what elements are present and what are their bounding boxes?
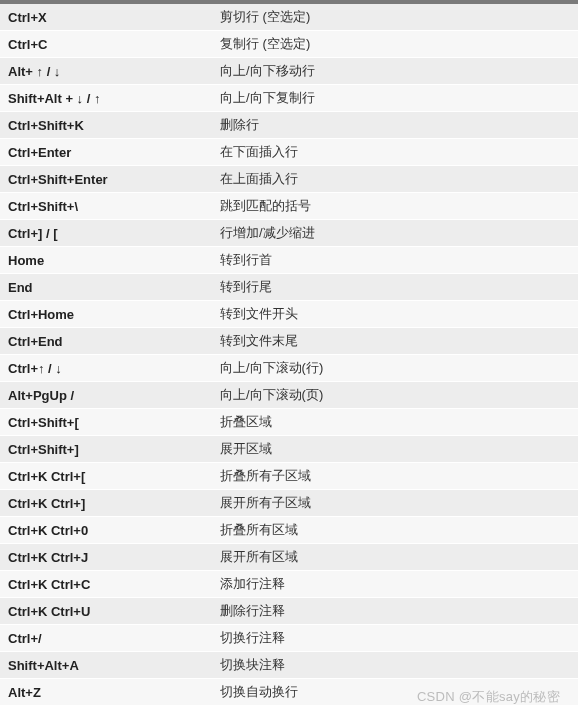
shortcut-key: Ctrl+K Ctrl+C [0,577,220,592]
table-row: Ctrl+C复制行 (空选定) [0,31,578,58]
table-row: Ctrl+Shift+]展开区域 [0,436,578,463]
shortcut-description: 切换块注释 [220,656,578,674]
shortcut-description: 转到行尾 [220,278,578,296]
shortcut-description: 删除行 [220,116,578,134]
table-row: Ctrl+Enter在下面插入行 [0,139,578,166]
table-row: Ctrl+] / [行增加/减少缩进 [0,220,578,247]
shortcut-key: Ctrl+X [0,10,220,25]
shortcut-description: 切换自动换行 [220,683,578,701]
shortcut-key: Ctrl+/ [0,631,220,646]
shortcut-description: 展开区域 [220,440,578,458]
table-row: Ctrl+/切换行注释 [0,625,578,652]
shortcut-description: 在上面插入行 [220,170,578,188]
shortcut-description: 转到行首 [220,251,578,269]
shortcut-key: End [0,280,220,295]
table-row: Ctrl+K Ctrl+]展开所有子区域 [0,490,578,517]
shortcut-key: Ctrl+Shift+\ [0,199,220,214]
shortcut-key: Alt+PgUp / [0,388,220,403]
shortcut-key: Ctrl+K Ctrl+U [0,604,220,619]
shortcut-key: Shift+Alt+A [0,658,220,673]
shortcut-key: Ctrl+K Ctrl+J [0,550,220,565]
shortcut-description: 向上/向下滚动(页) [220,386,578,404]
shortcut-key: Ctrl+C [0,37,220,52]
shortcut-description: 折叠区域 [220,413,578,431]
table-row: Ctrl+K Ctrl+0折叠所有区域 [0,517,578,544]
shortcut-key: Alt+Z [0,685,220,700]
shortcut-key: Ctrl+K Ctrl+[ [0,469,220,484]
shortcut-description: 向上/向下复制行 [220,89,578,107]
shortcut-description: 折叠所有区域 [220,521,578,539]
table-row: Ctrl+K Ctrl+J展开所有区域 [0,544,578,571]
shortcut-description: 跳到匹配的括号 [220,197,578,215]
shortcut-key: Ctrl+Shift+] [0,442,220,457]
shortcut-description: 添加行注释 [220,575,578,593]
shortcut-key: Ctrl+Shift+K [0,118,220,133]
shortcut-description: 转到文件开头 [220,305,578,323]
table-row: Ctrl+Shift+\跳到匹配的括号 [0,193,578,220]
shortcut-key: Ctrl+Home [0,307,220,322]
shortcut-key: Alt+ ↑ / ↓ [0,64,220,79]
shortcut-description: 删除行注释 [220,602,578,620]
shortcut-description: 向上/向下滚动(行) [220,359,578,377]
table-row: Home转到行首 [0,247,578,274]
shortcut-description: 剪切行 (空选定) [220,8,578,26]
table-row: End转到行尾 [0,274,578,301]
shortcut-key: Ctrl+Enter [0,145,220,160]
shortcut-key: Ctrl+Shift+[ [0,415,220,430]
table-row: Shift+Alt + ↓ / ↑向上/向下复制行 [0,85,578,112]
table-row: Ctrl+↑ / ↓向上/向下滚动(行) [0,355,578,382]
table-row: Shift+Alt+A切换块注释 [0,652,578,679]
shortcut-key: Ctrl+K Ctrl+] [0,496,220,511]
shortcut-description: 展开所有区域 [220,548,578,566]
table-row: Ctrl+K Ctrl+U删除行注释 [0,598,578,625]
table-row: Ctrl+Shift+K删除行 [0,112,578,139]
table-row: Ctrl+X剪切行 (空选定) [0,4,578,31]
shortcut-description: 复制行 (空选定) [220,35,578,53]
table-row: Alt+PgUp /向上/向下滚动(页) [0,382,578,409]
table-row: Ctrl+K Ctrl+[折叠所有子区域 [0,463,578,490]
shortcut-key: Home [0,253,220,268]
shortcut-key: Shift+Alt + ↓ / ↑ [0,91,220,106]
shortcut-key: Ctrl+K Ctrl+0 [0,523,220,538]
table-row: Alt+ ↑ / ↓向上/向下移动行 [0,58,578,85]
shortcut-description: 展开所有子区域 [220,494,578,512]
table-row: Ctrl+Home转到文件开头 [0,301,578,328]
shortcut-description: 折叠所有子区域 [220,467,578,485]
shortcut-key: Ctrl+] / [ [0,226,220,241]
shortcut-description: 转到文件末尾 [220,332,578,350]
shortcut-key: Ctrl+End [0,334,220,349]
table-row: Alt+Z切换自动换行 [0,679,578,706]
table-row: Ctrl+Shift+Enter在上面插入行 [0,166,578,193]
table-row: Ctrl+Shift+[折叠区域 [0,409,578,436]
shortcut-key: Ctrl+↑ / ↓ [0,361,220,376]
table-row: Ctrl+K Ctrl+C添加行注释 [0,571,578,598]
shortcuts-table: Ctrl+X剪切行 (空选定)Ctrl+C复制行 (空选定)Alt+ ↑ / ↓… [0,0,578,706]
shortcut-description: 行增加/减少缩进 [220,224,578,242]
shortcut-description: 切换行注释 [220,629,578,647]
shortcut-description: 在下面插入行 [220,143,578,161]
shortcut-key: Ctrl+Shift+Enter [0,172,220,187]
table-row: Ctrl+End转到文件末尾 [0,328,578,355]
shortcut-description: 向上/向下移动行 [220,62,578,80]
